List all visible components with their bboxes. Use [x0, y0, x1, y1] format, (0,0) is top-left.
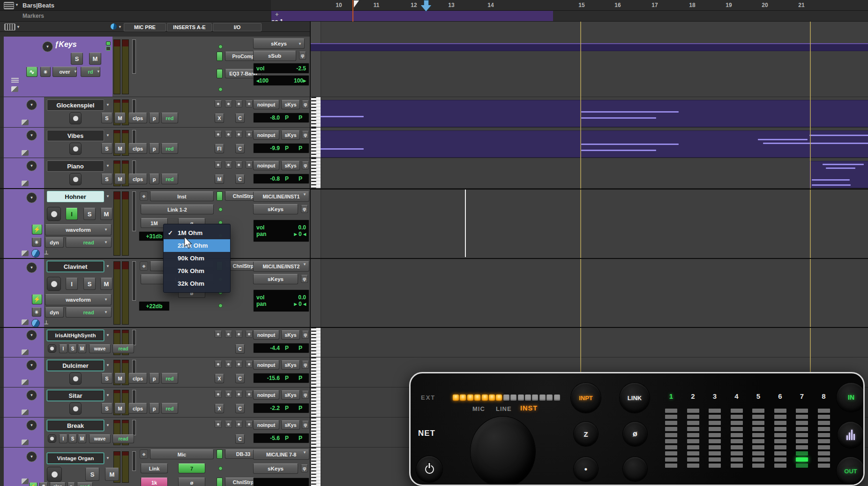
phase-icon[interactable]: φ	[302, 391, 309, 399]
over-arrow-icon[interactable]: ▼	[74, 70, 77, 74]
insert-slot[interactable]	[235, 421, 242, 428]
pan-indicator[interactable]: P	[280, 375, 294, 381]
input-monitor-button[interactable]: I	[66, 208, 78, 220]
volume-pan-display[interactable]	[253, 478, 309, 486]
insert-active-led[interactable]	[217, 449, 223, 459]
track-name-arrow-icon[interactable]: ▼	[106, 195, 110, 198]
track-name-hohner[interactable]: Hohner	[47, 191, 104, 202]
volume-value[interactable]: -2.5	[296, 65, 306, 72]
volume-value[interactable]: 0.0	[298, 224, 306, 231]
track-btn-s[interactable]: S	[101, 143, 112, 154]
playlist-icon[interactable]	[11, 86, 18, 92]
insert-slot[interactable]	[215, 331, 222, 338]
output-selector-irisalthghsynth[interactable]: sKys	[281, 330, 300, 340]
mute-button[interactable]: M	[89, 53, 101, 65]
input-selector-vibes[interactable]: noinput	[253, 130, 279, 140]
volume-value[interactable]: -8.0	[254, 114, 280, 121]
track-btn-m[interactable]: M	[114, 143, 126, 154]
insert-compare-btn[interactable]: C	[235, 144, 245, 153]
record-button[interactable]	[69, 143, 82, 155]
mode-arrow-icon[interactable]: ▼	[104, 311, 108, 314]
dyn-button[interactable]: dyn	[45, 307, 64, 318]
track-btn-red[interactable]: red	[161, 373, 178, 384]
track-name-arrow-icon[interactable]: ▼	[106, 456, 110, 460]
track-btn-i[interactable]: I	[59, 344, 67, 353]
volume-pan-display[interactable]: vol0.0pan▸ 0 ◂	[253, 289, 309, 312]
mini-keyboard-irisalthghsynth[interactable]	[311, 327, 321, 357]
track-btn-red[interactable]: red	[161, 403, 178, 414]
playlist-icon[interactable]	[22, 150, 29, 156]
playlist-icon[interactable]	[22, 319, 29, 325]
inpt-button[interactable]: INPT	[571, 383, 601, 413]
insert-slot[interactable]	[225, 421, 232, 428]
record-button[interactable]	[69, 402, 82, 415]
track-collapse-chevron[interactable]: ▼	[26, 360, 37, 371]
elastic-audio-icon[interactable]: ⚡	[32, 294, 42, 304]
solo-button[interactable]: S	[85, 468, 99, 481]
insert-slot[interactable]	[215, 100, 222, 107]
insert-slot[interactable]	[235, 161, 242, 168]
input-selector-dulcimer[interactable]: noinput	[253, 360, 279, 370]
insert-slot[interactable]	[246, 391, 253, 398]
track-btn-clps[interactable]: clps	[128, 403, 147, 414]
dyn-button[interactable]: dyn	[45, 237, 64, 248]
record-button[interactable]	[47, 467, 62, 482]
playlist-icon[interactable]	[22, 478, 29, 484]
track-view-selector[interactable]: waveform	[45, 224, 112, 235]
view-arrow-icon[interactable]: ▼	[104, 228, 108, 232]
output-selector-sitar[interactable]: sKys	[281, 390, 300, 400]
track-name-irisalthghsynth[interactable]: IrisAltHghSynth	[47, 330, 104, 341]
pan-row[interactable]: pan▸ 0 ◂	[256, 231, 306, 237]
track-name-clavinet[interactable]: Clavinet	[47, 261, 104, 272]
ruler-title[interactable]: Bars|Beats	[22, 2, 54, 9]
markers-ruler[interactable]: +se 1Bridge 1Verse 2	[271, 11, 868, 22]
pan-right-value[interactable]: 100▸	[294, 77, 306, 84]
track-btn-red[interactable]: red	[161, 174, 178, 184]
input-selector-glockenspiel[interactable]: noinput	[253, 100, 279, 109]
mute-button[interactable]: M	[100, 278, 112, 290]
insert-slot[interactable]	[225, 391, 232, 398]
volume-value[interactable]: -4.4	[254, 345, 280, 351]
solo-button[interactable]: S	[71, 53, 83, 65]
input-selector-sitar[interactable]: noinput	[253, 390, 279, 400]
micpre-hohner[interactable]: Inst	[150, 191, 214, 201]
meter-view-button[interactable]	[838, 422, 864, 448]
insert-mode-btn[interactable]: X	[215, 374, 224, 383]
volume-display-piano[interactable]: -0.8PP	[253, 174, 309, 184]
output-selector-dulcimer[interactable]: sKys	[281, 360, 300, 370]
pan-indicator[interactable]: P	[294, 375, 307, 381]
track-btn-red[interactable]: red	[161, 143, 178, 154]
phase-icon[interactable]: φ	[302, 421, 309, 429]
view-arrow-icon[interactable]: ▼	[104, 298, 108, 302]
rd-arrow-icon[interactable]: ▼	[97, 70, 100, 74]
impedance-z-button[interactable]: Z	[574, 422, 598, 446]
phase-icon[interactable]: φ	[302, 331, 309, 339]
insert-active-led[interactable]	[217, 478, 223, 486]
insert-slot[interactable]	[225, 131, 232, 138]
insert-mode-btn[interactable]: Fl	[215, 144, 224, 153]
freeze-led-icon[interactable]	[106, 41, 111, 46]
insert-slot-led[interactable]	[218, 304, 223, 308]
insert-slot[interactable]	[225, 361, 232, 368]
track-collapse-chevron[interactable]: ▼	[26, 160, 37, 171]
insert-slot[interactable]	[225, 161, 232, 168]
track-btn-p[interactable]: p	[149, 143, 159, 154]
track-name-vintage-organ[interactable]: Vintage Organ	[47, 453, 104, 464]
volume-row[interactable]: vol0.0	[256, 224, 306, 231]
track-btn-i[interactable]: I	[59, 434, 67, 443]
insert-mode-btn[interactable]: M	[215, 175, 224, 184]
pan-indicator[interactable]: P	[280, 114, 294, 121]
menu-item-90k-ohm[interactable]: 90k Ohm	[164, 252, 230, 265]
micpre-btn[interactable]: Link	[141, 463, 168, 473]
insert-compare-btn[interactable]: C	[235, 434, 245, 444]
output-arrow-icon[interactable]: ▼	[298, 42, 302, 46]
track-name-vibes[interactable]: Vibes	[47, 130, 104, 141]
volume-value[interactable]: -5.6	[254, 435, 280, 441]
link-button[interactable]: LINK	[620, 383, 650, 413]
pan-value[interactable]: ▸ 0 ◂	[294, 301, 306, 307]
add-marker-icon[interactable]: +	[275, 11, 551, 18]
micpre-btn[interactable]: 1k	[141, 478, 168, 486]
dot-button[interactable]: •	[574, 457, 598, 481]
track-btn-s[interactable]: S	[101, 373, 112, 384]
view-selector-icon[interactable]	[111, 23, 117, 30]
